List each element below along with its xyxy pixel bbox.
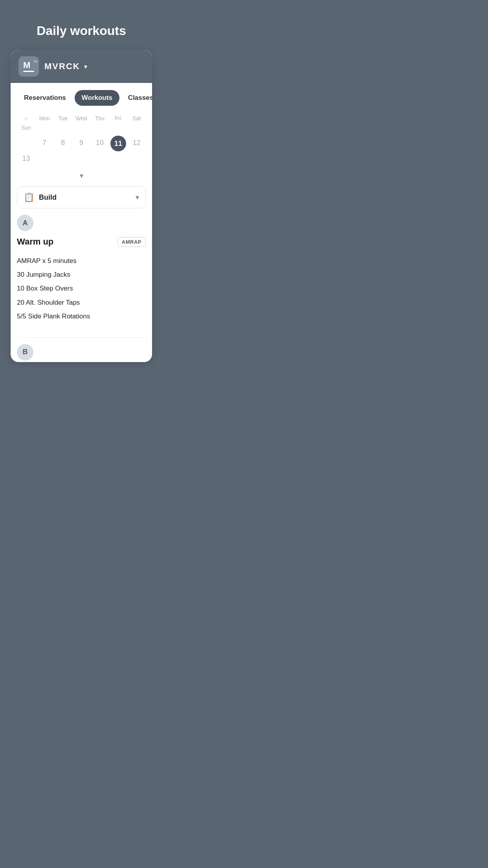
- tab-reservations[interactable]: Reservations: [17, 90, 73, 106]
- day-label-sat: Sat: [127, 114, 146, 123]
- date-13[interactable]: 13: [17, 151, 35, 166]
- bottom-section-preview: B: [11, 338, 152, 362]
- day-label-sun: Sun: [17, 123, 35, 132]
- logo-letter: M: [23, 61, 34, 70]
- tab-workouts[interactable]: Workouts: [75, 90, 119, 106]
- build-chevron-icon: ▾: [136, 193, 139, 202]
- calendar-section: n Mon Tue Wed Thu Fri Sat Sun 7 8 9 10 1…: [11, 110, 152, 186]
- day-label-wed: Wed: [72, 114, 91, 123]
- page-title: Daily workouts: [37, 24, 126, 38]
- brand-name: MVRCK: [44, 61, 80, 72]
- workout-section: A Warm up AMRAP AMRAP x 5 minutes 30 Jum…: [11, 215, 152, 331]
- logo-underline: [23, 71, 34, 72]
- day-label-n: n: [17, 114, 35, 123]
- date-9[interactable]: 9: [72, 136, 91, 151]
- logo-box: M: [18, 56, 39, 77]
- workout-list: AMRAP x 5 minutes 30 Jumping Jacks 10 Bo…: [17, 254, 146, 323]
- calendar-dates: 7 8 9 10 11 12 13: [17, 136, 146, 166]
- date-11-today[interactable]: 11: [110, 136, 126, 151]
- tabs-container: Reservations Workouts Classes Ap...: [11, 83, 152, 110]
- date-12[interactable]: 12: [127, 136, 146, 151]
- calendar-expand-button[interactable]: ▾: [17, 169, 146, 185]
- clipboard-icon: 📋: [24, 192, 34, 202]
- workout-item-1: 30 Jumping Jacks: [17, 268, 146, 281]
- date-7[interactable]: 7: [35, 136, 54, 151]
- workout-item-3: 20 Alt. Shoulder Taps: [17, 296, 146, 309]
- calendar-day-headers: n Mon Tue Wed Thu Fri Sat Sun: [17, 114, 146, 132]
- section-avatar-b: B: [17, 344, 33, 360]
- workout-item-2: 10 Box Step Overs: [17, 281, 146, 295]
- workout-item-0: AMRAP x 5 minutes: [17, 254, 146, 268]
- day-label-thu: Thu: [90, 114, 109, 123]
- tab-classes[interactable]: Classes: [121, 90, 152, 106]
- workout-title: Warm up: [17, 237, 53, 247]
- section-avatar-a: A: [17, 215, 33, 231]
- day-label-tue: Tue: [54, 114, 72, 123]
- date-placeholder: [17, 136, 35, 151]
- amrap-badge: AMRAP: [117, 237, 146, 247]
- day-label-mon: Mon: [35, 114, 54, 123]
- date-10[interactable]: 10: [90, 136, 109, 151]
- card-header: M MVRCK ▾: [11, 50, 152, 83]
- brand-chevron-icon: ▾: [84, 63, 87, 70]
- build-label: Build: [39, 193, 136, 202]
- section-header: Warm up AMRAP: [17, 237, 146, 247]
- date-8[interactable]: 8: [54, 136, 72, 151]
- build-selector[interactable]: 📋 Build ▾: [17, 186, 146, 208]
- main-card: M MVRCK ▾ Reservations Workouts Classes …: [11, 50, 152, 362]
- day-label-fri: Fri: [109, 114, 127, 123]
- brand-area[interactable]: MVRCK ▾: [44, 61, 87, 72]
- workout-item-4: 5/5 Side Plank Rotations: [17, 309, 146, 323]
